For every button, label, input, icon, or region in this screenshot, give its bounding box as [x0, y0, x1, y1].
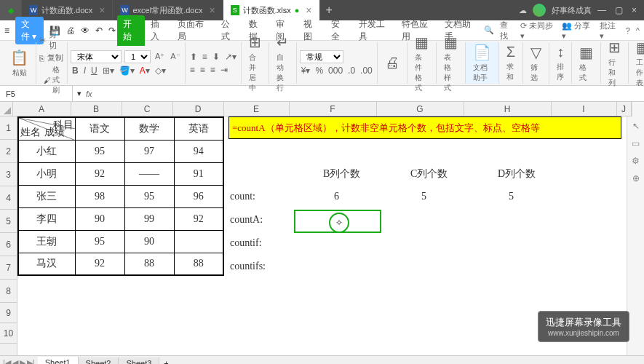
fx-icon[interactable]: fx — [86, 90, 92, 98]
italic-icon[interactable]: I — [82, 65, 87, 76]
data-cell[interactable]: 88 — [124, 253, 174, 275]
count-col-header[interactable]: B列个数 — [323, 167, 360, 181]
col-header-H[interactable]: H — [464, 102, 552, 116]
worksheet-button[interactable]: ▦工作表 — [632, 37, 644, 90]
font-size-select[interactable]: 11 — [124, 50, 151, 63]
row-header-8[interactable]: 8 — [0, 280, 17, 303]
row-header-4[interactable]: 4 — [0, 186, 17, 210]
align-center-icon[interactable]: ≡ — [199, 64, 207, 76]
count-col-header[interactable]: C列个数 — [410, 167, 448, 181]
data-cell[interactable]: 98 — [75, 185, 124, 207]
header-cell[interactable]: 数学 — [124, 117, 174, 140]
data-cell[interactable]: 95 — [124, 185, 174, 207]
col-header-G[interactable]: G — [377, 102, 464, 116]
property-icon[interactable]: ⚙ — [632, 156, 640, 166]
doc-helper-button[interactable]: 📄文档助手 — [469, 42, 496, 84]
name-cell[interactable]: 小明 — [18, 162, 75, 185]
data-cell[interactable]: 99 — [124, 207, 174, 230]
format-button[interactable]: ▦格式 — [575, 42, 597, 84]
data-cell[interactable]: 91 — [174, 162, 223, 185]
wrap-text-button[interactable]: ↵自动换行 — [272, 32, 293, 95]
maximize-button[interactable]: ▢ — [615, 5, 623, 15]
align-right-icon[interactable]: ≡ — [209, 64, 217, 76]
col-header-A[interactable]: A — [13, 102, 71, 116]
data-cell[interactable]: 97 — [124, 140, 174, 162]
count-row-label[interactable]: countif: — [230, 237, 262, 249]
sheet-nav-next-icon[interactable]: ▶ — [20, 358, 25, 364]
col-header-I[interactable]: I — [552, 102, 617, 116]
count-row-label[interactable]: count: — [230, 191, 255, 202]
name-box[interactable]: F5 — [0, 86, 73, 101]
name-cell[interactable]: 马汉 — [18, 253, 75, 275]
search-label[interactable]: 查找 — [500, 20, 514, 41]
sheet-tab-2[interactable]: Sheet2 — [79, 357, 119, 365]
align-bottom-icon[interactable]: ⬇ — [211, 51, 221, 63]
ribbon-tab-layout[interactable]: 页面布局 — [172, 15, 215, 46]
sort-button[interactable]: ↕排序 — [552, 42, 568, 84]
share-button[interactable]: 👥 分享 ▾ — [562, 20, 594, 41]
bold-icon[interactable]: B — [71, 65, 80, 76]
col-header-F[interactable]: F — [290, 102, 377, 116]
count-value-cell[interactable]: 5 — [421, 191, 426, 202]
data-cell[interactable]: 94 — [174, 140, 223, 162]
sheet-nav-prev-icon[interactable]: ◀ — [12, 358, 18, 364]
data-cell[interactable]: 95 — [75, 230, 124, 253]
orientation-icon[interactable]: ↗▾ — [223, 51, 238, 63]
data-cell[interactable]: 96 — [174, 185, 223, 207]
ribbon-tab-start[interactable]: 开始 — [117, 15, 145, 46]
print-icon[interactable]: 🖨 — [66, 25, 75, 36]
menu-icon[interactable]: ≡ — [4, 25, 9, 36]
underline-icon[interactable]: U — [90, 65, 99, 76]
help-icon[interactable]: ? — [626, 26, 630, 35]
paste-button[interactable]: 📋 粘贴 — [6, 47, 33, 79]
col-header-J[interactable]: J — [617, 102, 632, 116]
merge-center-button[interactable]: ⊞合并居中 — [245, 32, 266, 95]
data-cell[interactable]: 92 — [75, 253, 124, 275]
ribbon-tab-view[interactable]: 视图 — [298, 15, 325, 46]
data-cell[interactable] — [174, 230, 223, 253]
sync-status[interactable]: ⟳ 未同步 ▾ — [520, 20, 556, 41]
copy-button[interactable]: ⎘ 复制 — [39, 52, 64, 63]
increase-font-icon[interactable]: A⁺ — [154, 51, 166, 62]
row-header-1[interactable]: 1 — [0, 116, 17, 140]
backup-icon[interactable]: ⊕ — [632, 173, 640, 183]
add-sheet-button[interactable]: + — [159, 359, 172, 365]
select-all-corner[interactable] — [0, 102, 13, 116]
currency-icon[interactable]: ¥▾ — [300, 65, 312, 76]
col-header-E[interactable]: E — [224, 102, 290, 116]
align-left-icon[interactable]: ≡ — [188, 64, 196, 76]
ribbon-tab-formula[interactable]: 公式 — [215, 15, 243, 46]
count-value-cell[interactable]: 6 — [334, 191, 339, 202]
selected-cell[interactable]: ✧ — [294, 210, 381, 233]
data-cell[interactable]: 90 — [75, 207, 124, 230]
row-header-9[interactable]: 9 — [0, 303, 17, 323]
row-header-2[interactable]: 2 — [0, 140, 17, 163]
undo-icon[interactable]: ↶ — [95, 25, 103, 36]
decrease-font-icon[interactable]: A⁻ — [169, 51, 181, 62]
search-icon[interactable]: 🔍 — [484, 25, 494, 35]
name-cell[interactable]: 李四 — [18, 207, 75, 230]
sheet-tab-1[interactable]: Sheet1 — [38, 357, 79, 365]
clear-format-icon[interactable]: ◇▾ — [154, 65, 167, 76]
font-color-icon[interactable]: A▾ — [138, 65, 151, 76]
fill-color-icon[interactable]: 🪣▾ — [118, 65, 136, 76]
data-cell[interactable]: 88 — [174, 253, 223, 275]
data-cell[interactable]: 95 — [75, 140, 124, 162]
diag-header-cell[interactable]: 科目姓名成绩 — [18, 117, 75, 140]
row-header-10[interactable]: 10 — [0, 323, 17, 344]
name-cell[interactable]: 王朝 — [18, 230, 75, 253]
count-row-label[interactable]: countifs: — [230, 261, 266, 272]
data-cell[interactable]: 92 — [174, 207, 223, 230]
conditional-format-button[interactable]: ▦条件格式 — [410, 32, 433, 95]
data-cell[interactable]: —— — [124, 162, 174, 185]
minimize-button[interactable]: — — [597, 5, 606, 15]
header-cell[interactable]: 英语 — [174, 117, 223, 140]
sheet-tab-3[interactable]: Sheet3 — [119, 357, 159, 365]
count-col-header[interactable]: D列个数 — [498, 167, 536, 181]
fx-dropdown-icon[interactable]: ▾ — [77, 89, 82, 98]
indent-icon[interactable]: ⇥ — [219, 64, 229, 76]
percent-icon[interactable]: % — [314, 65, 325, 76]
ribbon-tab-insert[interactable]: 插入 — [145, 15, 172, 46]
sum-button[interactable]: Σ求和 — [502, 42, 520, 84]
row-header-6[interactable]: 6 — [0, 233, 17, 256]
